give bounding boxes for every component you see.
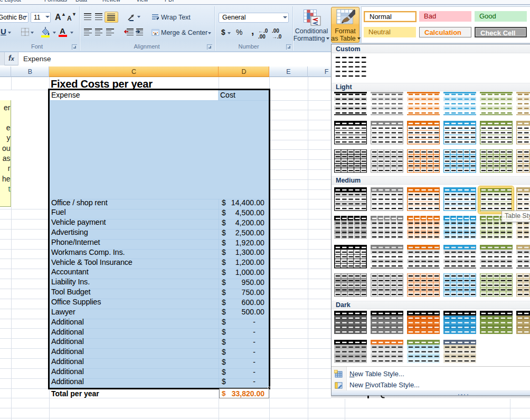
svg-text:a: a bbox=[154, 31, 157, 36]
